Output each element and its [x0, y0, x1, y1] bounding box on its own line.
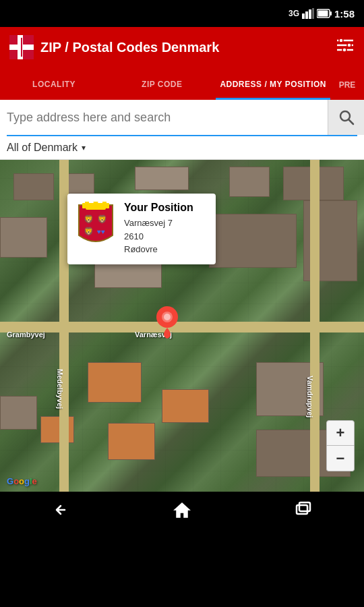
building	[0, 396, 37, 430]
road-horizontal-main	[0, 322, 364, 333]
building	[13, 173, 54, 200]
building	[229, 167, 270, 197]
status-icons: 3G 1:58	[289, 8, 355, 20]
svg-point-31	[164, 314, 171, 320]
google-logo: Google	[7, 476, 37, 486]
building	[209, 214, 297, 268]
popup-text: Your Position Varnæsvej 7 2610 Rødovre	[124, 202, 193, 256]
building	[40, 416, 74, 443]
zoom-out-button[interactable]: −	[326, 446, 355, 471]
status-bar: 3G 1:58	[0, 0, 364, 27]
svg-text:♥♥: ♥♥	[97, 228, 105, 235]
tabs-bar: LOCALITY ZIP CODE ADDRESS / MY POSITION …	[0, 67, 364, 100]
svg-point-14	[347, 43, 351, 47]
svg-rect-33	[299, 502, 310, 511]
coat-of-arms: 🦁 🦁 🦁 ♥♥	[75, 202, 116, 248]
road-label-vamdrupvej: Vamdrupvej	[306, 376, 314, 417]
popup-title: Your Position	[124, 202, 193, 214]
svg-rect-0	[302, 13, 305, 19]
address-search-input[interactable]	[7, 100, 328, 135]
header-left: ZIP / Postal Codes Denmark	[9, 35, 219, 59]
svg-text:🦁: 🦁	[97, 214, 107, 224]
popup-address-line2: 2610	[124, 230, 193, 243]
svg-rect-21	[106, 203, 109, 208]
search-area: All of Denmark ▾	[0, 100, 364, 160]
zoom-in-button[interactable]: +	[326, 420, 355, 446]
popup-address-line3: Rødovre	[124, 243, 193, 256]
svg-line-18	[348, 120, 353, 125]
position-popup: 🦁 🦁 🦁 ♥♥ Your Position Varnæsvej 7 2610 …	[67, 194, 216, 264]
svg-rect-32	[297, 505, 307, 514]
building	[135, 167, 189, 190]
back-button[interactable]	[51, 502, 70, 522]
svg-rect-5	[330, 11, 332, 16]
app-title: ZIP / Postal Codes Denmark	[40, 40, 219, 55]
map-container[interactable]: Grambyvej Varnæsvej Medelbyvej Vamdrupve…	[0, 160, 364, 492]
tab-locality[interactable]: LOCALITY	[0, 70, 108, 100]
svg-rect-1	[305, 11, 308, 19]
building	[162, 389, 209, 423]
app-logo	[9, 35, 34, 59]
battery-icon	[317, 9, 332, 18]
svg-point-12	[339, 38, 343, 42]
svg-text:🦁: 🦁	[84, 226, 94, 236]
map-pin	[155, 305, 179, 341]
svg-rect-20	[82, 203, 86, 208]
tab-more[interactable]: PRE	[330, 70, 364, 100]
time-display: 1:58	[334, 8, 355, 20]
svg-rect-2	[309, 9, 311, 19]
network-indicator: 3G	[289, 9, 299, 18]
search-row	[7, 100, 357, 136]
road-label-medelbyvej: Medelbyvej	[56, 369, 64, 409]
building	[108, 423, 155, 460]
recents-button[interactable]	[294, 501, 313, 523]
tab-address[interactable]: ADDRESS / MY POSITION	[216, 70, 330, 100]
app-header: ZIP / Postal Codes Denmark	[0, 27, 364, 67]
nav-bar	[0, 492, 364, 532]
search-icon	[338, 109, 355, 126]
tab-zip[interactable]: ZIP CODE	[108, 70, 216, 100]
filter-dropdown-arrow: ▾	[82, 143, 86, 152]
building	[0, 217, 47, 258]
map-background: Grambyvej Varnæsvej Medelbyvej Vamdrupve…	[0, 160, 364, 492]
svg-rect-6	[317, 11, 328, 17]
svg-text:🦁: 🦁	[84, 214, 94, 224]
road-vertical-right	[310, 160, 320, 492]
building	[88, 362, 142, 403]
zoom-controls: + −	[326, 420, 355, 471]
signal-icon	[302, 8, 314, 19]
road-label-grambyvej: Grambyvej	[7, 330, 45, 339]
svg-rect-3	[312, 8, 314, 19]
filter-button[interactable]	[336, 38, 355, 57]
svg-point-16	[342, 48, 346, 52]
filter-label: All of Denmark	[7, 142, 78, 154]
popup-address-line1: Varnæsvej 7	[124, 216, 193, 230]
filter-row[interactable]: All of Denmark ▾	[0, 136, 364, 159]
search-button[interactable]	[328, 100, 364, 135]
home-button[interactable]	[173, 501, 191, 523]
